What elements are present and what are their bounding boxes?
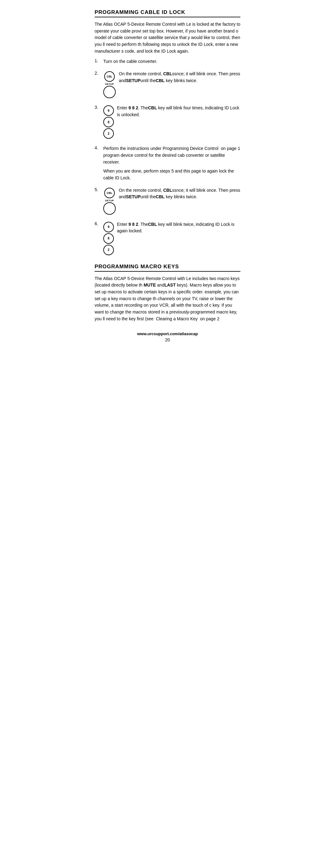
num9-label-2: 9 bbox=[108, 225, 110, 228]
step6-numbers: 9 8 2 bbox=[127, 222, 138, 227]
cbl-inline-6: CBL bbox=[148, 222, 157, 227]
step3-numbers: 9 8 2 bbox=[127, 105, 138, 110]
num8-button-2[interactable]: 8 bbox=[103, 233, 114, 244]
step2-text-part1: ss bbox=[172, 71, 176, 76]
num9-button-2[interactable]: 9 bbox=[103, 222, 114, 232]
step-1: 1. Turn on the cable converter. bbox=[94, 58, 241, 65]
section2-intro: The Atlas OCAP 5-Device Remote Control w… bbox=[94, 275, 241, 322]
section2-title: PROGRAMMING MACRO KEYS bbox=[94, 264, 241, 272]
num8-button-1[interactable]: 8 bbox=[103, 117, 114, 127]
num8-label-2: 8 bbox=[108, 237, 110, 240]
step-6-text: Enter 9 8 2. TheCBL key will blink twice… bbox=[117, 221, 241, 235]
num9-label-1: 9 bbox=[108, 109, 110, 113]
step-2-buttons: CBL SETUP bbox=[103, 71, 116, 99]
step-6-numpad: 9 8 2 bbox=[103, 222, 114, 256]
footer-page-number: 20 bbox=[94, 337, 241, 342]
setup-inline-2: SETUP bbox=[126, 194, 141, 199]
setup-inline-1: SETUP bbox=[126, 78, 141, 83]
step-5-buttons: CBL SETUP bbox=[103, 188, 116, 216]
num9-button-1[interactable]: 9 bbox=[103, 105, 114, 116]
step-1-number: 1. bbox=[94, 58, 103, 63]
step-3-text: Enter 9 8 2. TheCBL key will blink four … bbox=[117, 105, 241, 118]
step-6: 6. 9 8 2 Enter 9 8 2. TheCBL key will bl… bbox=[94, 221, 241, 256]
setup-label-2: SETUP bbox=[105, 199, 114, 202]
step-3-content: 9 8 2 Enter 9 8 2. TheCBL key will blink… bbox=[103, 105, 241, 140]
setup-button-1[interactable] bbox=[103, 86, 116, 98]
step-5: 5. CBL SETUP On the remote control, CBLs… bbox=[94, 187, 241, 216]
num2-label-2: 2 bbox=[108, 248, 110, 252]
last-label: LAST bbox=[164, 282, 176, 287]
step-3-number: 3. bbox=[94, 105, 103, 110]
num2-button-2[interactable]: 2 bbox=[103, 245, 114, 255]
cbl-inline-5: CBL bbox=[156, 194, 165, 199]
section1-title: PROGRAMMING CABLE ID LOCK bbox=[94, 9, 241, 17]
cbl-inline-3: CBL bbox=[148, 105, 157, 110]
step-3: 3. 9 8 2 Enter 9 8 2. TheCBL key will bl… bbox=[94, 105, 241, 140]
step-2-number: 2. bbox=[94, 71, 103, 75]
num2-button-1[interactable]: 2 bbox=[103, 128, 114, 139]
step-5-content: CBL SETUP On the remote control, CBLssnc… bbox=[103, 187, 241, 216]
step-2-text: On the remote control, CBLssnce; it will… bbox=[119, 71, 241, 84]
setup-button-2[interactable] bbox=[103, 202, 116, 215]
step-4-text: Perform the instructions under Programmi… bbox=[103, 145, 241, 165]
section1-intro: The Atlas OCAP 5-Device Remote Control w… bbox=[94, 21, 241, 55]
cbl-label-2: CBL bbox=[107, 191, 113, 194]
page: PROGRAMMING CABLE ID LOCK The Atlas OCAP… bbox=[84, 0, 251, 434]
step-2: 2. CBL SETUP On the remote control, CBLs… bbox=[94, 71, 241, 99]
step-5-text: On the remote control, CBLssnce; it will… bbox=[119, 187, 241, 200]
cbl-inline-1: CBL bbox=[163, 71, 172, 76]
footer-url: www.urcsupport.com/atlasocap bbox=[94, 332, 241, 336]
step-4: 4. Perform the instructions under Progra… bbox=[94, 145, 241, 181]
cbl-inline-2: CBL bbox=[156, 78, 165, 83]
step-6-number: 6. bbox=[94, 221, 103, 226]
step-4-number: 4. bbox=[94, 145, 103, 150]
cbl-button-1[interactable]: CBL bbox=[104, 71, 115, 82]
step-5-number: 5. bbox=[94, 187, 103, 192]
num2-label-1: 2 bbox=[108, 132, 110, 135]
num8-label-1: 8 bbox=[108, 121, 110, 124]
step-1-text: Turn on the cable converter. bbox=[103, 58, 241, 65]
step-2-content: CBL SETUP On the remote control, CBLssnc… bbox=[103, 71, 241, 99]
mute-label: MUTE bbox=[144, 282, 156, 287]
setup-label-1: SETUP bbox=[105, 83, 114, 86]
cbl-inline-4: CBL bbox=[163, 188, 172, 193]
step-6-content: 9 8 2 Enter 9 8 2. TheCBL key will blink… bbox=[103, 221, 241, 256]
step-3-numpad: 9 8 2 bbox=[103, 105, 114, 140]
steps-list: 1. Turn on the cable converter. 2. CBL S… bbox=[94, 58, 241, 256]
cbl-label-1: CBL bbox=[107, 75, 113, 78]
step-4-content: Perform the instructions under Programmi… bbox=[103, 145, 241, 181]
cbl-button-2[interactable]: CBL bbox=[104, 188, 115, 198]
step5-text-part1: ss bbox=[172, 188, 176, 193]
step-4-subtext: When you are done, perform steps 5 and t… bbox=[103, 168, 241, 181]
